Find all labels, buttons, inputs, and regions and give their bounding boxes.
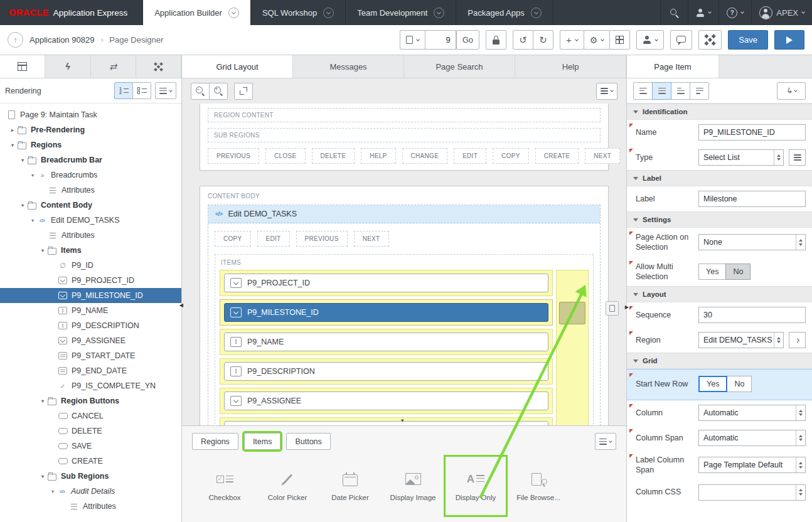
type-quick-pick-button[interactable] [789,149,806,166]
spinner-icon[interactable] [796,485,805,500]
tree-item-audit-details[interactable]: Audit Details [0,484,181,499]
right-splitter-collapse-icon[interactable] [625,305,629,310]
canvas-button-edit[interactable]: EDIT [257,231,290,247]
section-identification[interactable]: Identification [627,104,812,120]
region-edit-demo-tasks[interactable]: </> Edit DEMO_TASKS COPY EDIT PREVIOUS N… [208,205,601,425]
show-common-button[interactable] [633,82,653,100]
allow-multi-yes-button[interactable]: Yes [698,264,726,280]
help-menu-button[interactable] [719,0,751,25]
tree-item-breadcrumb-bar[interactable]: Breadcrumb Bar [0,152,181,168]
tab-dynamic-actions[interactable] [45,55,90,78]
tab-grid-layout[interactable]: Grid Layout [182,55,293,78]
column-select[interactable]: Automatic [698,405,806,421]
zoom-in-button[interactable]: + [209,83,228,100]
canvas-button-help[interactable]: HELP [361,148,395,164]
tree-item-page-9[interactable]: Page 9: Maintain Task [0,107,181,122]
region-content-slot[interactable]: REGION CONTENT [208,108,601,122]
tab-page-shared-components[interactable] [136,55,181,78]
show-all-button[interactable] [652,82,671,100]
create-menu-button[interactable] [560,30,584,50]
gallery-item-file-browse[interactable]: File Browse... [507,455,570,516]
administration-menu-button[interactable] [688,0,719,25]
grid-row-p9-start-date[interactable]: P9_START_DATE [220,417,553,425]
page-action-select[interactable]: None [698,234,806,250]
grid-row-p9-description[interactable]: P9_DESCRIPTION [220,358,553,385]
tree-item-p9-start-date[interactable]: P9_START_DATE [0,348,181,363]
tab-processing[interactable] [91,55,136,78]
chevron-down-icon[interactable] [531,8,542,18]
sort-alphabetical-button[interactable] [132,82,151,99]
breadcrumb-application[interactable]: Application 90829 [29,35,94,45]
region-header[interactable]: </> Edit DEMO_TASKS [208,205,600,223]
left-splitter-collapse-icon[interactable] [179,303,183,308]
page-lock-button[interactable] [486,30,506,50]
drop-target-indicator[interactable] [559,302,585,324]
tree-item-regions[interactable]: Regions [0,137,181,152]
canvas-button-change[interactable]: CHANGE [402,148,448,164]
gallery-menu-button[interactable] [595,433,616,450]
tree-item-attributes[interactable]: Attributes [0,499,181,514]
gallery-item-color-picker[interactable]: Color Picker [256,455,319,516]
canvas-button-next[interactable]: NEXT [354,231,389,247]
tree-item-sub-regions[interactable]: Sub Regions [0,469,181,484]
grid-layout-menu-button[interactable] [596,83,617,100]
tree-item-breadcrumbs[interactable]: Breadcrumbs [0,168,181,183]
canvas-button-edit[interactable]: EDIT [454,148,486,164]
allow-multi-no-button[interactable]: No [725,264,751,280]
tree-item-edit-demo-tasks[interactable]: Edit DEMO_TASKS [0,213,181,228]
column-css-select[interactable] [698,484,806,501]
spinner-icon[interactable] [796,235,805,250]
collapse-all-button[interactable] [671,82,690,100]
tab-messages[interactable]: Messages [293,55,404,78]
tree-expanded-icon[interactable] [19,157,26,163]
page-select-button[interactable] [400,30,425,50]
page-number-input[interactable] [425,30,456,50]
expand-all-button[interactable] [690,82,709,100]
expand-canvas-button[interactable] [234,83,253,100]
tab-sql-workshop[interactable]: SQL Workshop [250,0,345,25]
chevron-down-icon[interactable] [434,8,444,18]
gallery-item-display-image[interactable]: Display Image [382,455,444,516]
spinner-icon[interactable] [774,150,783,165]
tree-item-p9-project-id[interactable]: P9_PROJECT_ID [0,273,181,288]
tab-rendering[interactable] [0,55,45,78]
canvas-button-close[interactable]: CLOSE [265,148,305,164]
gallery-tab-buttons[interactable]: Buttons [286,433,330,450]
tree-expanded-icon[interactable] [39,248,46,253]
tree-item-items[interactable]: Items [0,243,181,258]
redo-button[interactable] [533,30,553,50]
grid-row-p9-name[interactable]: P9_NAME [220,329,553,355]
tree-item-p9-milestone-id[interactable]: P9_MILESTONE_ID [0,288,181,303]
go-button[interactable]: Go [456,30,479,50]
tree-item-save-button[interactable]: SAVE [0,439,181,454]
column-span-select[interactable]: Automatic [698,430,806,446]
sequence-input[interactable] [698,307,806,323]
tree-item-p9-description[interactable]: P9_DESCRIPTION [0,318,181,333]
tree-menu-button[interactable] [155,82,176,99]
shared-components-button[interactable] [698,30,722,50]
canvas-button-previous[interactable]: PREVIOUS [296,231,348,247]
section-layout[interactable]: Layout [627,286,812,302]
canvas-button-delete[interactable]: DELETE [312,148,355,164]
tree-item-p9-is-complete-yn[interactable]: P9_IS_COMPLETE_YN [0,378,181,393]
tree-item-create-button[interactable]: CREATE [0,454,181,469]
zoom-out-button[interactable]: − [191,83,210,100]
calculator-button[interactable] [609,30,630,50]
grid-row-p9-milestone-id[interactable]: P9_MILESTONE_ID [220,299,553,326]
spinner-icon[interactable] [796,430,805,445]
spinner-icon[interactable] [796,405,805,420]
utilities-menu-button[interactable] [584,30,611,50]
grid-row-p9-assignee[interactable]: P9_ASSIGNEE [220,388,553,414]
tree-item-p9-name[interactable]: P9_NAME [0,303,181,318]
tab-help[interactable]: Help [515,55,626,78]
tree-item-p9-end-date[interactable]: P9_END_DATE [0,363,181,378]
go-to-group-button[interactable] [777,82,806,100]
chevron-down-icon[interactable] [228,8,239,18]
region-select[interactable]: Edit DEMO_TASKS [698,332,784,348]
tree-expanded-icon[interactable] [39,398,46,404]
chevron-down-icon[interactable] [323,8,334,18]
tab-packaged-apps[interactable]: Packaged Apps [456,0,553,25]
tree-expanded-icon[interactable] [9,142,16,148]
tree-expanded-icon[interactable] [49,489,56,494]
canvas-button-previous[interactable]: PREVIOUS [208,148,259,164]
